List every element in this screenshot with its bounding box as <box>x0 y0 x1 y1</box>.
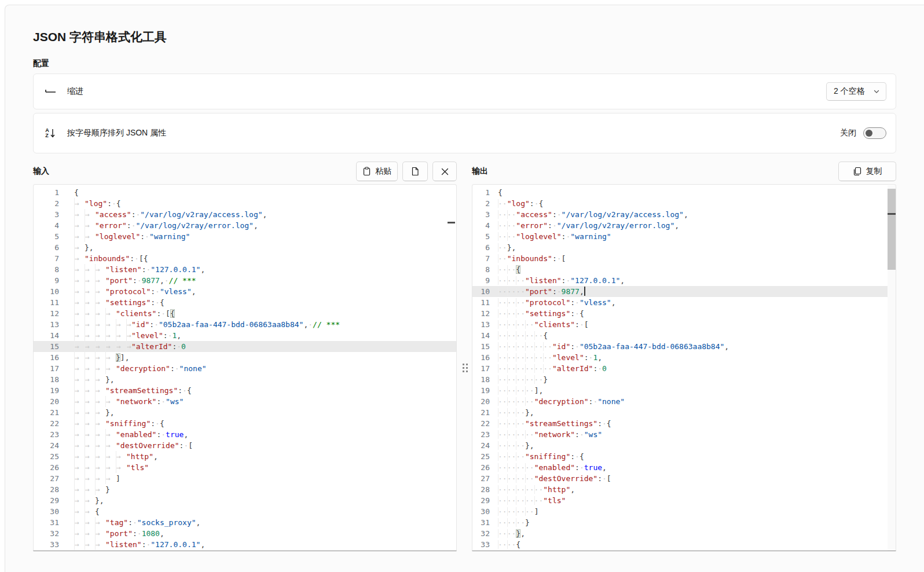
line-number: 2 <box>472 198 490 209</box>
code-line[interactable]: 12→→→→"clients":·[{ <box>34 308 456 319</box>
code-line[interactable]: 33····{ <box>472 539 896 550</box>
code-line[interactable]: 9······"listen":·"127.0.0.1", <box>472 275 896 286</box>
code-line[interactable]: 11→→→"settings":·{ <box>34 297 456 308</box>
code-line[interactable]: 27→→→→] <box>34 473 456 484</box>
code-text: ····{ <box>490 264 520 275</box>
code-line[interactable]: 28··········"http", <box>472 484 896 495</box>
code-line[interactable]: 2→"log":·{ <box>34 198 456 209</box>
code-line[interactable]: 30→→{ <box>34 506 456 517</box>
code-line[interactable]: 18··········} <box>472 374 896 385</box>
code-line[interactable]: 2··"log":·{ <box>472 198 896 209</box>
line-number: 14 <box>34 330 59 341</box>
line-number: 10 <box>472 286 490 297</box>
output-code-lines: 1{2··"log":·{3····"access":·"/var/log/v2… <box>472 185 896 550</box>
code-line[interactable]: 15············"id":·"05b2aa-faa-447-bdd-… <box>472 341 896 352</box>
code-line[interactable]: 20→→→→"network":·"ws" <box>34 396 456 407</box>
line-number: 2 <box>34 198 59 209</box>
code-line[interactable]: 10······"port":·9877, <box>472 286 896 297</box>
code-line[interactable]: 29··········"tls" <box>472 495 896 506</box>
copy-button[interactable]: 复制 <box>838 162 896 181</box>
code-line[interactable]: 7→"inbounds":·[{ <box>34 253 456 264</box>
code-line[interactable]: 29→→}, <box>34 495 456 506</box>
line-number: 19 <box>472 385 490 396</box>
code-line[interactable]: 30········] <box>472 506 896 517</box>
code-line[interactable]: 20········"decryption":·"none" <box>472 396 896 407</box>
code-line[interactable]: 8····{ <box>472 264 896 275</box>
output-code-editor[interactable]: 1{2··"log":·{3····"access":·"/var/log/v2… <box>472 184 896 551</box>
code-line[interactable]: 21······}, <box>472 407 896 418</box>
line-number: 4 <box>472 220 490 231</box>
line-number: 18 <box>472 374 490 385</box>
code-line[interactable]: 6→}, <box>34 242 456 253</box>
code-line[interactable]: 19········], <box>472 385 896 396</box>
code-text: →→→→"enabled":·true, <box>59 429 188 440</box>
code-line[interactable]: 22······"streamSettings":·{ <box>472 418 896 429</box>
paste-button[interactable]: 粘贴 <box>356 162 398 181</box>
code-line[interactable]: 7··"inbounds":·[ <box>472 253 896 264</box>
code-text: ····"access":·"/var/log/v2ray/access.log… <box>490 209 688 220</box>
code-line[interactable]: 31······} <box>472 517 896 528</box>
code-line[interactable]: 11······"protocol":·"vless", <box>472 297 896 308</box>
code-line[interactable]: 21→→→}, <box>34 407 456 418</box>
code-line[interactable]: 3····"access":·"/var/log/v2ray/access.lo… <box>472 209 896 220</box>
code-line[interactable]: 17············"alterId":·0 <box>472 363 896 374</box>
code-line[interactable]: 18→→→}, <box>34 374 456 385</box>
code-line[interactable]: 4····"error":·"/var/log/v2ray/error.log"… <box>472 220 896 231</box>
code-line[interactable]: 1{ <box>472 187 896 198</box>
line-number: 8 <box>34 264 59 275</box>
code-text: ······}, <box>490 407 534 418</box>
code-line[interactable]: 25······"sniffing":·{ <box>472 451 896 462</box>
indentation-selected-value: 2 个空格 <box>834 86 873 97</box>
output-scrollbar-thumb[interactable] <box>888 189 896 270</box>
code-line[interactable]: 3→→"access":·"/var/log/v2ray/access.log"… <box>34 209 456 220</box>
sort-toggle[interactable] <box>863 127 886 139</box>
code-line[interactable]: 13········"clients":·[ <box>472 319 896 330</box>
code-line[interactable]: 27········"destOverride":·[ <box>472 473 896 484</box>
code-line[interactable]: 4→→"error":·"/var/log/v2ray/error.log", <box>34 220 456 231</box>
line-number: 27 <box>472 473 490 484</box>
code-line[interactable]: 28→→→} <box>34 484 456 495</box>
code-text: { <box>490 187 503 198</box>
code-line[interactable]: 32→→→"port":·1080, <box>34 528 456 539</box>
code-line[interactable]: 13→→→→→→"id":·"05b2aa-faa-447-bdd-06863a… <box>34 319 456 330</box>
code-text: ··········} <box>490 374 548 385</box>
code-line[interactable]: 5→→"loglevel":·"warning" <box>34 231 456 242</box>
code-line[interactable]: 14··········{ <box>472 330 896 341</box>
code-line[interactable]: 31→→→"tag":·"socks_proxy", <box>34 517 456 528</box>
code-line[interactable]: 14→→→→→→"level":·1, <box>34 330 456 341</box>
panel-splitter-grip[interactable] <box>463 364 468 374</box>
code-line[interactable]: 5····"loglevel":·"warning" <box>472 231 896 242</box>
line-number: 20 <box>34 396 59 407</box>
code-line[interactable]: 33→→→"listen":·"127.0.0.1", <box>34 539 456 550</box>
code-line[interactable]: 32····}, <box>472 528 896 539</box>
code-line[interactable]: 16→→→→}], <box>34 352 456 363</box>
code-line[interactable]: 17→→→→"decryption":·"none" <box>34 363 456 374</box>
code-line[interactable]: 22→→→"sniffing":·{ <box>34 418 456 429</box>
clear-button[interactable] <box>432 162 457 181</box>
output-scrollbar[interactable] <box>888 185 896 551</box>
code-line[interactable]: 23→→→→"enabled":·true, <box>34 429 456 440</box>
indentation-select[interactable]: 2 个空格 <box>826 82 886 101</box>
code-line[interactable]: 19→→→"streamSettings":·{ <box>34 385 456 396</box>
line-number: 33 <box>34 539 59 550</box>
code-line[interactable]: 26→→→→→"tls" <box>34 462 456 473</box>
code-text: ······"settings":·{ <box>490 308 584 319</box>
line-number: 13 <box>472 319 490 330</box>
code-line[interactable]: 1{ <box>34 187 456 198</box>
code-line[interactable]: 12······"settings":·{ <box>472 308 896 319</box>
code-line[interactable]: 9→→→"port":·9877,·// *** <box>34 275 456 286</box>
code-line[interactable]: 16············"level":·1, <box>472 352 896 363</box>
input-code-editor[interactable]: 1{2→"log":·{3→→"access":·"/var/log/v2ray… <box>33 184 457 551</box>
line-number: 32 <box>472 528 490 539</box>
code-line[interactable]: 6··}, <box>472 242 896 253</box>
code-line[interactable]: 10→→→"protocol":·"vless", <box>34 286 456 297</box>
code-text: →→}, <box>59 495 104 506</box>
code-line[interactable]: 24······}, <box>472 440 896 451</box>
open-file-button[interactable] <box>402 162 428 181</box>
code-line[interactable]: 25→→→→→"http", <box>34 451 456 462</box>
code-line[interactable]: 15→→→→→→"alterId":·0 <box>34 341 456 352</box>
code-line[interactable]: 24→→→→"destOverride":·[ <box>34 440 456 451</box>
code-line[interactable]: 23········"network":·"ws" <box>472 429 896 440</box>
code-line[interactable]: 8→→→"listen":·"127.0.0.1", <box>34 264 456 275</box>
code-line[interactable]: 26········"enabled":·true, <box>472 462 896 473</box>
